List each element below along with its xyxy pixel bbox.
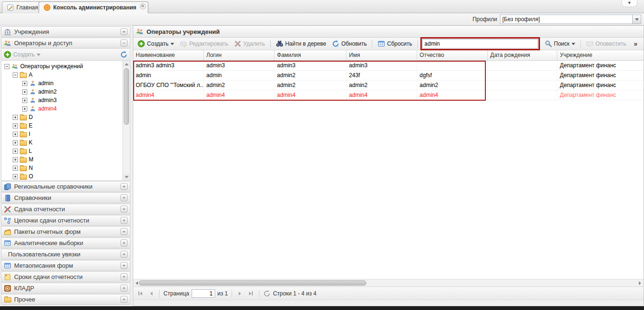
- previous-page-button[interactable]: [147, 289, 155, 298]
- table-row[interactable]: admin4 admin4 admin4 admin4 admin4 Депар…: [133, 90, 644, 100]
- tree-node-folder-a[interactable]: A: [2, 71, 130, 79]
- column-header[interactable]: Учреждение: [557, 50, 644, 60]
- bank-icon: [4, 28, 11, 36]
- tab-admin-console[interactable]: Консоль администрирования ✕: [39, 1, 148, 13]
- expand-icon[interactable]: +: [121, 228, 128, 235]
- tree-vertical-scrollbar[interactable]: [122, 61, 130, 180]
- collapse-icon[interactable]: [4, 64, 9, 69]
- tree-node-user[interactable]: admin: [2, 79, 130, 87]
- sidebar-item-user-links[interactable]: Пользовательские увязки +: [1, 249, 130, 260]
- table-row[interactable]: admin admin admin2 243f dgfsf Департамен…: [133, 71, 644, 80]
- tree-node-folder[interactable]: O: [2, 172, 130, 181]
- expand-icon[interactable]: [22, 98, 27, 103]
- edit-button[interactable]: Редактировать: [178, 39, 230, 48]
- refresh-icon[interactable]: [263, 290, 271, 297]
- folder-icon: [20, 149, 27, 154]
- sidebar-item-kladr[interactable]: КЛАДР +: [1, 283, 130, 294]
- scrollbar-thumb[interactable]: [139, 280, 366, 286]
- last-page-button[interactable]: [247, 289, 255, 298]
- expand-icon[interactable]: +: [121, 194, 128, 201]
- sidebar-item-operators-access[interactable]: Операторы и доступ −: [1, 38, 130, 48]
- chain-icon: [4, 217, 11, 224]
- sidebar-item-report-deadlines[interactable]: Сроки сдачи отчетности +: [1, 271, 130, 282]
- tree-node-folder[interactable]: D: [2, 113, 130, 121]
- toolbar-overflow-button[interactable]: »: [630, 40, 641, 48]
- tree-node-folder[interactable]: L: [2, 147, 130, 155]
- expand-icon[interactable]: +: [121, 285, 128, 292]
- expand-icon[interactable]: +: [121, 239, 128, 246]
- tree-node-folder[interactable]: M: [2, 155, 130, 164]
- collapse-icon[interactable]: −: [121, 40, 128, 47]
- collapse-icon[interactable]: [13, 72, 18, 78]
- search-input[interactable]: [422, 39, 538, 48]
- expand-icon[interactable]: [22, 81, 27, 86]
- scrollbar-thumb[interactable]: [124, 68, 129, 125]
- expand-icon[interactable]: +: [121, 251, 128, 258]
- profiles-select[interactable]: [Без профиля]: [500, 15, 641, 24]
- tree-node-user[interactable]: admin4: [2, 104, 130, 113]
- refresh-icon[interactable]: [120, 51, 128, 58]
- expand-icon[interactable]: +: [121, 183, 128, 190]
- tree-create-button[interactable]: Создать: [13, 51, 35, 58]
- column-header[interactable]: Дата рождения: [488, 50, 557, 60]
- find-in-tree-button[interactable]: Найти в дереве: [274, 39, 328, 48]
- column-header[interactable]: Логин: [204, 50, 274, 60]
- sidebar-item-report-submission[interactable]: Сдача отчетности +: [1, 204, 130, 215]
- notify-button[interactable]: Оповестить: [584, 39, 628, 48]
- search-button[interactable]: Поиск: [543, 39, 577, 48]
- column-header[interactable]: Наименование: [133, 50, 204, 60]
- expand-icon[interactable]: +: [121, 217, 128, 224]
- reset-button[interactable]: Сбросить: [376, 39, 414, 48]
- expand-icon[interactable]: +: [121, 273, 128, 280]
- column-header[interactable]: Имя: [346, 50, 417, 60]
- chevron-down-icon[interactable]: ▼: [621, 0, 637, 7]
- scroll-up-icon[interactable]: [123, 61, 130, 67]
- tree-node-user[interactable]: admin2: [2, 87, 130, 96]
- sidebar-item-regional-dictionaries[interactable]: Региональные справочники +: [1, 181, 130, 192]
- column-header[interactable]: Отчество: [417, 50, 488, 60]
- table-row[interactable]: admin3 admin3 admin3 admin3 admin3 Депар…: [133, 61, 644, 71]
- tree-node-folder[interactable]: K: [2, 138, 130, 147]
- tree-node-folder[interactable]: N: [2, 164, 130, 172]
- sidebar-item-report-packages[interactable]: Пакеты отчетных форм +: [1, 226, 130, 237]
- sidebar-item-form-metadata[interactable]: Метаописания форм +: [1, 260, 130, 271]
- expand-icon[interactable]: [13, 166, 18, 171]
- expand-icon[interactable]: [13, 174, 18, 179]
- tree-node-folder[interactable]: E: [2, 121, 130, 130]
- chevron-down-icon[interactable]: [632, 15, 641, 24]
- tree-node-folder[interactable]: I: [2, 130, 130, 138]
- expand-icon[interactable]: [13, 115, 18, 120]
- create-button[interactable]: Создать: [136, 39, 176, 48]
- page-number-input[interactable]: [192, 289, 215, 298]
- expand-icon[interactable]: [22, 106, 27, 111]
- table-row[interactable]: ОГБОУ СПО "'Томский л... admin2 admin2 a…: [133, 80, 644, 90]
- column-header[interactable]: Фамилия: [274, 50, 346, 60]
- close-icon[interactable]: ✕: [140, 3, 146, 9]
- expand-icon[interactable]: [13, 123, 18, 128]
- tree-node-user[interactable]: admin3: [2, 96, 130, 104]
- tab-home[interactable]: Главная: [2, 1, 43, 13]
- tree-node-root[interactable]: Операторы учреждений: [2, 62, 130, 71]
- sidebar-item-institutions[interactable]: Учреждения +: [1, 26, 130, 37]
- sidebar-item-other[interactable]: Прочее +: [1, 294, 130, 305]
- delete-button[interactable]: Удалить: [232, 39, 267, 48]
- horizontal-scrollbar[interactable]: [133, 279, 644, 286]
- scroll-right-icon[interactable]: [636, 279, 644, 286]
- first-page-button[interactable]: [136, 289, 145, 298]
- expand-icon[interactable]: +: [121, 262, 128, 269]
- sidebar-item-report-chains[interactable]: Цепочки сдачи отчетности +: [1, 215, 130, 226]
- expand-icon[interactable]: [13, 157, 18, 162]
- next-page-button[interactable]: [236, 289, 244, 298]
- expand-icon[interactable]: +: [121, 28, 128, 35]
- expand-icon[interactable]: [22, 89, 27, 95]
- refresh-button[interactable]: Обновить: [330, 39, 369, 48]
- expand-icon[interactable]: +: [121, 206, 128, 213]
- expand-icon[interactable]: [13, 132, 18, 137]
- sidebar-item-analytic-selections[interactable]: Аналитические выборки +: [1, 238, 130, 248]
- expand-icon[interactable]: [13, 149, 18, 154]
- note-icon: [4, 273, 11, 281]
- expand-icon[interactable]: +: [121, 296, 128, 303]
- scroll-down-icon[interactable]: [123, 174, 130, 180]
- sidebar-item-dictionaries[interactable]: Справочники +: [1, 192, 130, 203]
- expand-icon[interactable]: [13, 140, 18, 145]
